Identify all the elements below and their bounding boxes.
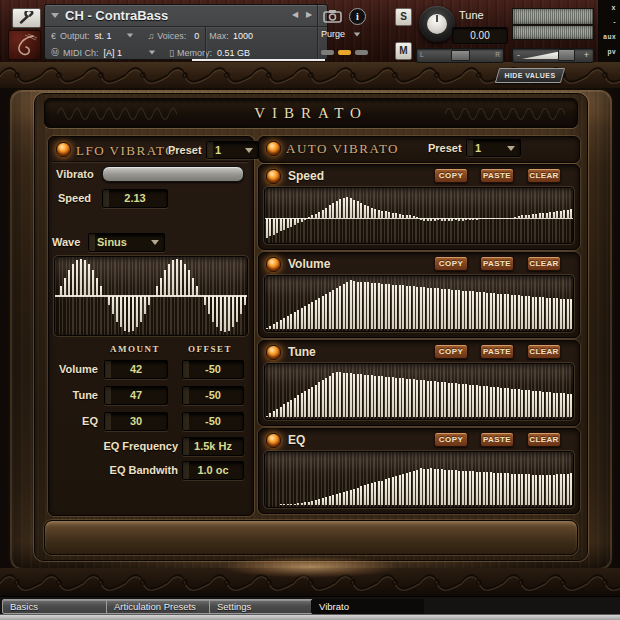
tune-knob[interactable] [419,6,455,42]
amount-column-header: AMOUNT [110,344,160,354]
wave-value: Sinus [97,234,127,251]
auto-speed-envelope-table[interactable] [264,187,574,244]
lfo-tune-amount[interactable]: 47 [104,386,168,405]
tab-vibrato[interactable]: Vibrato [311,599,424,614]
max-value[interactable]: 1000 [233,31,253,41]
aux-button[interactable]: aux [603,33,616,40]
auto-speed-label: Speed [288,169,324,183]
volume-slider-handle[interactable] [558,49,575,61]
eq-frequency-value[interactable]: 1.5k Hz [182,437,244,456]
midi-icon: Ⓜ [51,47,59,58]
minimize-icon[interactable]: - [613,18,616,25]
next-instrument-arrow[interactable]: ▶ [306,10,312,19]
pan-slider[interactable]: L R [416,48,504,63]
tab-settings[interactable]: Settings [209,599,316,614]
auto-tune-clear-button[interactable]: CLEAR [527,344,561,359]
lfo-volume-offset[interactable]: -50 [182,360,244,379]
wave-caret-icon [151,240,159,245]
auto-volume-paste-button[interactable]: PASTE [480,256,514,271]
purge-menu[interactable]: Purge [321,29,361,39]
close-icon[interactable]: x [612,4,616,11]
header-row-2: € Output: st. 1 ♫ Voices: 0 Max: 1000 [45,27,327,44]
auto-eq-paste-button[interactable]: PASTE [480,432,514,447]
memory-value: 0.51 GB [217,48,250,58]
volume-plus[interactable]: + [584,50,589,60]
auto-speed-copy-button[interactable]: COPY [434,168,468,183]
kontakt-instrument-window: CH - ContraBass ◀ ▶ i € Output: st. 1 ♫ … [0,0,620,620]
scroll-indicator [192,59,325,61]
midi-channel-value[interactable]: [A] 1 [104,48,123,58]
output-value[interactable]: st. 1 [95,31,112,41]
tab-basics[interactable]: Basics [2,599,111,614]
instrument-dropdown-caret-icon[interactable] [51,13,59,18]
edit-wrench-button[interactable] [12,8,41,28]
auto-eq-clear-button[interactable]: CLEAR [527,432,561,447]
auto-volume-led[interactable] [266,257,281,272]
auto-preset-value: 1 [475,140,481,156]
lfo-preset-dropdown[interactable]: 1 [206,141,259,159]
lfo-tune-offset[interactable]: -50 [182,386,244,405]
auto-tune-paste-button[interactable]: PASTE [480,344,514,359]
snapshot-camera-icon[interactable] [323,9,342,23]
mute-button[interactable]: M [395,42,412,60]
info-icon[interactable]: i [349,8,366,25]
hide-values-label: HIDE VALUES [498,69,562,82]
auto-speed-led[interactable] [266,169,281,184]
vibrato-amount-label: Vibrato [56,168,94,180]
wave-dropdown[interactable]: Sinus [88,233,165,252]
eq-bandwidth-value[interactable]: 1.0 oc [182,461,244,480]
bottom-tab-bar: Basics Articulation Presets Settings Vib… [0,596,620,615]
auto-eq-label: EQ [288,433,305,447]
lfo-speed-label: Speed [58,192,91,204]
pan-slider-handle[interactable] [451,50,470,61]
auto-vibrato-led[interactable] [266,141,281,156]
auto-tune-led[interactable] [266,345,281,360]
lfo-eq-amount[interactable]: 30 [104,412,168,431]
eq-frequency-label: EQ Frequency [103,440,178,452]
tab-articulation-presets[interactable]: Articulation Presets [106,599,215,614]
level-meter-top [512,8,594,25]
instrument-title-row: CH - ContraBass ◀ ▶ i [45,5,327,27]
auto-speed-paste-button[interactable]: PASTE [480,168,514,183]
window-bottom-edge [0,614,620,620]
lfo-row-volume-label: Volume [59,363,98,375]
lfo-vibrato-led[interactable] [56,142,71,157]
instrument-info-panel: CH - ContraBass ◀ ▶ i € Output: st. 1 ♫ … [44,4,328,60]
auto-eq-envelope-table[interactable] [264,451,574,508]
sine-decoration-left [57,106,177,120]
wave-label: Wave [52,236,80,248]
auto-tune-copy-button[interactable]: COPY [434,344,468,359]
lfo-waveform-display[interactable] [54,256,248,336]
auto-speed-clear-button[interactable]: CLEAR [527,168,561,183]
pan-left-label: L [420,51,424,58]
pv-button[interactable]: pv [607,48,616,55]
lfo-speed-value[interactable]: 2.13 [102,189,168,208]
hide-values-button[interactable]: HIDE VALUES [495,68,565,83]
footer-strip [44,520,578,555]
prev-instrument-arrow[interactable]: ◀ [292,10,298,19]
tune-value[interactable]: 0.00 [452,27,508,44]
auto-eq-led[interactable] [266,433,281,448]
vibrato-amount-slider[interactable] [102,166,244,182]
lfo-volume-amount[interactable]: 42 [104,360,168,379]
instrument-name[interactable]: CH - ContraBass [65,8,168,23]
output-dropdown-caret-icon[interactable] [126,34,132,38]
output-icon: € [51,31,56,41]
lfo-eq-offset[interactable]: -50 [182,412,244,431]
midi-dropdown-caret-icon[interactable] [149,51,155,55]
auto-preset-dropdown[interactable]: 1 [466,139,521,157]
volume-minus[interactable]: - [517,50,520,60]
purge-indicator-2 [338,50,351,55]
voices-icon: ♫ [148,31,155,41]
solo-button[interactable]: S [395,8,412,26]
purge-dropdown-caret-icon[interactable] [354,32,360,36]
purge-label[interactable]: Purge [321,29,345,39]
auto-preset-label: Preset [428,142,462,154]
auto-tune-envelope-table[interactable] [264,363,574,420]
auto-volume-clear-button[interactable]: CLEAR [527,256,561,271]
auto-volume-envelope-table[interactable] [264,275,574,332]
auto-volume-copy-button[interactable]: COPY [434,256,468,271]
lfo-vibrato-title: LFO VIBRATO [76,143,176,159]
auto-eq-copy-button[interactable]: COPY [434,432,468,447]
auto-tune-label: Tune [288,345,316,359]
